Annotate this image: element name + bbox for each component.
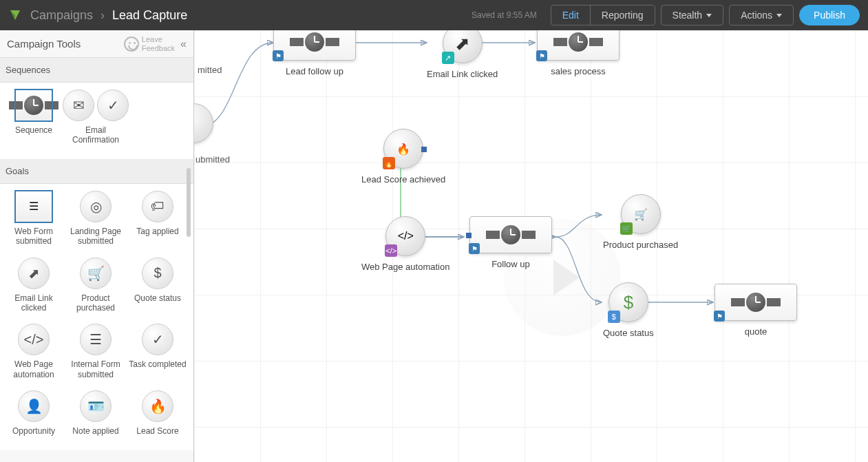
- chevron-down-icon: [776, 14, 782, 17]
- sidebar-title: Campaign Tools: [7, 38, 124, 50]
- check-icon: ✓: [142, 324, 173, 355]
- tool-task-completed[interactable]: ✓Task completed: [127, 324, 189, 379]
- tool-internal-form[interactable]: ☰Internal Form submitted: [65, 324, 127, 379]
- badge-icon: 🪪: [80, 390, 112, 422]
- cart-icon: 🛒: [620, 222, 633, 235]
- flag-icon: ⚑: [714, 311, 725, 322]
- breadcrumb: Campaigns › Lead Capture: [30, 8, 187, 23]
- node-quote[interactable]: ⚑ quote: [714, 284, 797, 337]
- dollar-icon: $: [142, 258, 173, 289]
- node-lead-follow-up[interactable]: ⚑ Lead follow up: [273, 30, 356, 76]
- check-icon: ✓: [97, 90, 129, 121]
- flag-icon: ⚑: [536, 50, 547, 61]
- app-logo: [8, 8, 22, 22]
- node-sales-process[interactable]: ⚑ sales process: [537, 30, 620, 76]
- email-icon: ✉: [63, 90, 94, 121]
- saved-timestamp: Saved at 9:55 AM: [472, 10, 537, 20]
- target-icon: ◎: [80, 191, 112, 222]
- cursor-icon: ⬈: [18, 258, 50, 289]
- tool-email-link-clicked[interactable]: ⬈Email Link clicked: [3, 258, 65, 313]
- flag-icon: ⚑: [469, 243, 480, 254]
- code-icon: </>: [18, 324, 50, 355]
- tool-landing-page[interactable]: ◎Landing Page submitted: [65, 191, 127, 246]
- chevron-right-icon: ›: [100, 8, 105, 22]
- tool-lead-score[interactable]: 🔥Lead Score: [127, 390, 189, 436]
- tool-opportunity[interactable]: 👤Opportunity: [3, 390, 65, 436]
- stealth-dropdown[interactable]: Stealth: [661, 5, 724, 25]
- flame-icon: 🔥: [383, 157, 395, 169]
- tool-web-page-automation[interactable]: </>Web Page automation: [3, 324, 65, 379]
- code-icon: </>: [385, 244, 397, 257]
- node-web-page-automation[interactable]: </></> Web Page automation: [361, 216, 449, 272]
- flame-icon: 🔥: [142, 390, 173, 422]
- smiley-icon: [124, 36, 139, 52]
- cursor-icon: ↗: [442, 52, 454, 64]
- actions-dropdown[interactable]: Actions: [729, 5, 794, 25]
- node-product-purchased[interactable]: 🛒🛒 Product purchased: [603, 194, 678, 250]
- sidebar-header: Campaign Tools LeaveFeedback «: [0, 30, 193, 58]
- section-goals-title: Goals: [0, 159, 193, 184]
- cart-icon: 🛒: [80, 258, 112, 289]
- tool-web-form[interactable]: ☰Web Form submitted: [3, 191, 65, 246]
- view-toggle: Edit Reporting: [551, 5, 655, 25]
- publish-button[interactable]: Publish: [799, 5, 860, 25]
- top-bar: Campaigns › Lead Capture Saved at 9:55 A…: [0, 0, 868, 30]
- tool-note-applied[interactable]: 🪪Note applied: [65, 390, 127, 436]
- breadcrumb-current: Lead Capture: [112, 8, 187, 22]
- tool-email-confirmation[interactable]: ✉ ✓ Email Confirmation: [65, 90, 127, 145]
- goals-tools: ☰Web Form submitted ◎Landing Page submit…: [0, 184, 193, 450]
- tag-icon: 🏷: [142, 191, 173, 222]
- tool-quote-status[interactable]: $Quote status: [127, 258, 189, 313]
- leave-feedback-link[interactable]: LeaveFeedback: [124, 35, 175, 52]
- node-follow-up[interactable]: ⚑ Follow up: [469, 216, 552, 269]
- breadcrumb-root[interactable]: Campaigns: [30, 8, 93, 22]
- sequences-tools: Sequence ✉ ✓ Email Confirmation: [0, 83, 193, 159]
- node-quote-status[interactable]: $$ Quote status: [603, 282, 654, 338]
- tool-tag-applied[interactable]: 🏷Tag applied: [127, 191, 189, 246]
- sidebar-scrollbar[interactable]: [187, 72, 192, 462]
- collapse-sidebar-icon[interactable]: «: [180, 38, 187, 50]
- tool-sequence[interactable]: Sequence: [3, 90, 65, 145]
- node-lead-score-achieved[interactable]: 🔥🔥 Lead Score achieved: [361, 129, 445, 185]
- node-email-link-clicked[interactable]: ⬈↗ Email Link clicked: [427, 30, 498, 79]
- tool-product-purchased[interactable]: 🛒Product purchased: [65, 258, 127, 313]
- truncated-label-1: mitted: [198, 65, 222, 75]
- section-sequences-title: Sequences: [0, 58, 193, 83]
- flag-icon: ⚑: [273, 50, 284, 61]
- edit-tab[interactable]: Edit: [551, 6, 591, 25]
- campaign-canvas[interactable]: mitted ubmitted ⚑ Lead follow up ⬈↗ Emai…: [194, 30, 868, 462]
- form-icon: ☰: [80, 324, 112, 355]
- reporting-tab[interactable]: Reporting: [591, 6, 655, 25]
- truncated-label-2: ubmitted: [195, 154, 230, 165]
- chevron-down-icon: [706, 14, 712, 17]
- sequence-icon: [15, 90, 52, 121]
- person-icon: 👤: [18, 390, 50, 422]
- dollar-icon: $: [608, 311, 620, 323]
- sidebar: Campaign Tools LeaveFeedback « Sequences…: [0, 30, 194, 462]
- form-icon: ☰: [15, 191, 52, 222]
